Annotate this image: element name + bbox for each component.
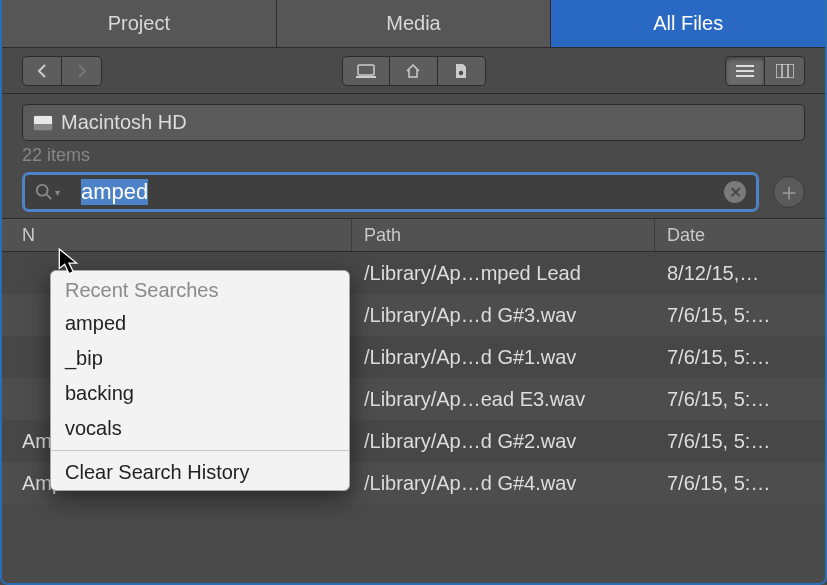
file-date: 7/6/15, 5:… [655, 430, 815, 453]
header-name[interactable]: N [22, 219, 352, 251]
file-date: 7/6/15, 5:… [655, 304, 815, 327]
home-location-button[interactable] [390, 56, 438, 86]
svg-point-9 [37, 185, 48, 196]
svg-rect-6 [776, 64, 794, 78]
tab-media[interactable]: Media [276, 0, 551, 47]
toolbar [2, 48, 825, 94]
column-view-button[interactable] [765, 56, 805, 86]
header-date[interactable]: Date [655, 219, 815, 251]
file-path: /Library/Ap…d G#4.wav [352, 472, 655, 495]
recent-search-item[interactable]: _bip [51, 341, 349, 376]
forward-button[interactable] [62, 56, 102, 86]
disk-icon [33, 115, 53, 131]
svg-rect-0 [358, 65, 374, 75]
file-path: /Library/Ap…ead E3.wav [352, 388, 655, 411]
location-bar[interactable]: Macintosh HD [22, 104, 805, 141]
file-path: /Library/Ap…d G#1.wav [352, 346, 655, 369]
file-path: /Library/Ap…d G#3.wav [352, 304, 655, 327]
popup-divider [51, 450, 349, 451]
svg-point-2 [459, 70, 463, 74]
clear-search-history[interactable]: Clear Search History [51, 455, 349, 490]
list-view-button[interactable] [725, 56, 765, 86]
search-input[interactable] [81, 179, 718, 205]
search-field[interactable]: ▾ ✕ [22, 172, 759, 212]
computer-location-button[interactable] [342, 56, 390, 86]
tab-all-files[interactable]: All Files [550, 0, 825, 47]
header-path[interactable]: Path [352, 219, 655, 251]
back-button[interactable] [22, 56, 62, 86]
file-date: 8/12/15,… [655, 262, 815, 285]
volume-name: Macintosh HD [61, 111, 187, 134]
file-path: /Library/Ap…d G#2.wav [352, 430, 655, 453]
recent-search-item[interactable]: vocals [51, 411, 349, 446]
item-count: 22 items [22, 145, 805, 166]
file-date: 7/6/15, 5:… [655, 472, 815, 495]
project-location-button[interactable] [438, 56, 486, 86]
tab-project[interactable]: Project [2, 0, 276, 47]
svg-line-10 [47, 195, 52, 200]
tab-bar: Project Media All Files [2, 0, 825, 48]
popup-header: Recent Searches [51, 271, 349, 306]
svg-rect-1 [356, 76, 376, 78]
search-icon[interactable]: ▾ [35, 183, 60, 201]
file-date: 7/6/15, 5:… [655, 346, 815, 369]
recent-searches-popup: Recent Searches amped_bipbackingvocals C… [50, 270, 350, 491]
column-headers: N Path Date [2, 218, 825, 252]
file-date: 7/6/15, 5:… [655, 388, 815, 411]
add-search-button[interactable]: ＋ [773, 176, 805, 208]
recent-search-item[interactable]: amped [51, 306, 349, 341]
file-path: /Library/Ap…mped Lead [352, 262, 655, 285]
chevron-down-icon: ▾ [55, 187, 60, 198]
recent-search-item[interactable]: backing [51, 376, 349, 411]
clear-search-button[interactable]: ✕ [724, 181, 746, 203]
